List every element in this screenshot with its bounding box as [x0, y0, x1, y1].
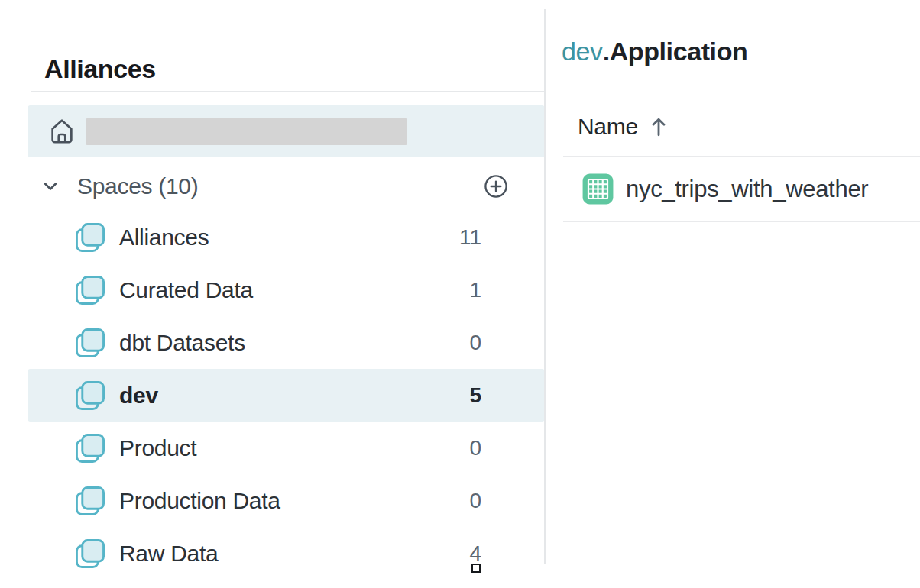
sort-ascending-icon — [650, 116, 667, 137]
breadcrumb-current: Application — [610, 37, 748, 66]
spaces-section-label: Spaces (10) — [77, 173, 483, 199]
spaces-tree: Alliances 11 Curated Data 1 dbt Datasets… — [28, 211, 545, 580]
breadcrumb-parent-link[interactable]: dev — [562, 37, 603, 66]
home-icon — [47, 117, 76, 146]
space-item-count: 11 — [459, 225, 481, 250]
space-item-label: dev — [119, 383, 158, 409]
app-canvas: Alliances Spaces (10) — [0, 0, 920, 588]
space-item-count: 4 — [469, 541, 481, 566]
space-item-count: 0 — [469, 331, 481, 355]
space-item-count: 0 — [469, 489, 481, 513]
home-item[interactable] — [28, 105, 545, 157]
table-row-divider — [563, 221, 920, 222]
sidebar-title: Alliances — [44, 56, 156, 82]
breadcrumb: dev.Application — [562, 38, 747, 64]
chevron-down-icon[interactable] — [40, 176, 60, 196]
space-item-raw-data[interactable]: Raw Data 4 — [28, 527, 545, 580]
space-item-count: 1 — [469, 278, 481, 302]
add-space-button[interactable] — [483, 173, 509, 199]
space-item-production-data[interactable]: Production Data 0 — [28, 474, 545, 527]
space-item-count: 0 — [469, 436, 481, 460]
space-icon — [75, 538, 105, 569]
dataset-row[interactable]: nyc_trips_with_weather — [563, 157, 920, 221]
space-item-label: dbt Datasets — [119, 330, 245, 356]
column-header-name[interactable]: Name — [578, 115, 667, 139]
panel-divider — [544, 9, 546, 564]
space-icon — [75, 275, 105, 305]
space-item-label: Product — [119, 435, 196, 461]
space-icon — [75, 222, 105, 253]
space-item-dbt-datasets[interactable]: dbt Datasets 0 — [28, 316, 545, 369]
space-icon — [75, 380, 105, 411]
breadcrumb-separator: . — [603, 37, 610, 66]
space-item-dev[interactable]: dev 5 — [28, 369, 545, 422]
space-item-curated-data[interactable]: Curated Data 1 — [28, 263, 545, 316]
space-icon — [75, 486, 105, 516]
space-item-label: Raw Data — [119, 541, 218, 567]
column-header-label: Name — [578, 114, 638, 140]
stray-glyph-box — [471, 564, 481, 573]
space-item-count: 5 — [469, 383, 481, 408]
dataset-name: nyc_trips_with_weather — [626, 176, 868, 203]
space-item-alliances[interactable]: Alliances 11 — [28, 211, 545, 263]
space-item-product[interactable]: Product 0 — [28, 422, 545, 474]
redacted-home-label — [86, 118, 407, 145]
plus-circle-icon — [483, 173, 509, 199]
sidebar-title-divider — [31, 91, 545, 92]
space-icon — [75, 433, 105, 464]
spaces-section-header: Spaces (10) — [28, 171, 545, 202]
space-item-label: Alliances — [119, 225, 209, 250]
space-icon — [75, 328, 105, 358]
space-item-label: Curated Data — [119, 277, 253, 303]
dataset-table-icon — [582, 173, 614, 205]
space-item-label: Production Data — [119, 488, 280, 514]
